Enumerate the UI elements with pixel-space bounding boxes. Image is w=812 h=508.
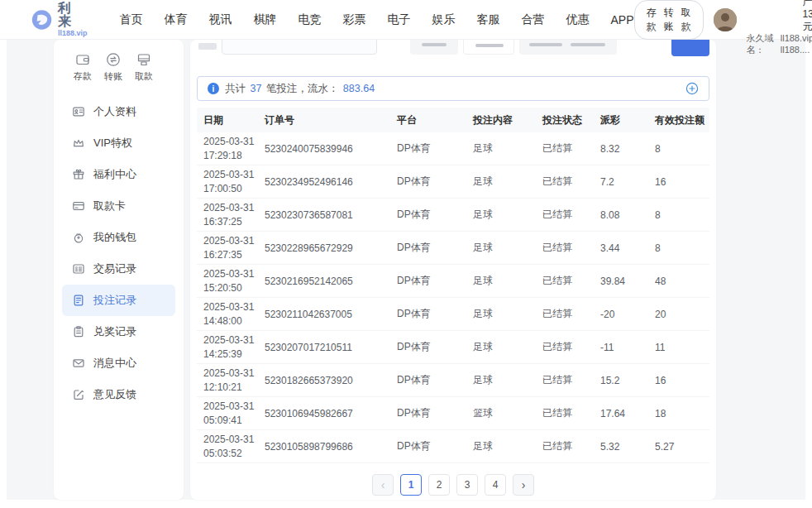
gift-icon (72, 168, 85, 181)
nav-item[interactable]: 棋牌 (254, 12, 277, 27)
cell-date: 2025-03-3117:29:18 (197, 135, 258, 161)
cell-order-number: 5230228965672929 (258, 242, 390, 254)
cell-payout: 7.2 (594, 176, 648, 188)
wallet-actions-pill: 存款 转账 取款 (634, 0, 704, 40)
table-row: 2025-03-3117:29:18 5230240075839946 DP体育… (197, 132, 709, 165)
transaction-list-icon (72, 262, 85, 276)
sidebar-item-profile[interactable]: 个人资料 (62, 96, 175, 127)
nav-item[interactable]: 娱乐 (432, 12, 456, 27)
cell-bet-status: 已结算 (536, 406, 594, 420)
sidebar-item-withdraw-card[interactable]: 取款卡 (62, 190, 175, 222)
bank-card-icon (72, 199, 85, 213)
cell-bet-status: 已结算 (536, 274, 594, 288)
cell-bet-status: 已结算 (536, 208, 594, 222)
cell-platform: DP体育 (390, 373, 466, 387)
nav-item[interactable]: 合营 (522, 12, 545, 27)
sidebar-item-welfare[interactable]: 福利中心 (62, 159, 175, 190)
feedback-icon (72, 388, 85, 401)
turnover-value: 883.64 (343, 83, 375, 94)
nav-item[interactable]: 客服 (477, 12, 500, 27)
cell-valid-bet: 16 (648, 375, 709, 386)
cell-valid-bet: 8 (648, 209, 709, 221)
nav-item[interactable]: 电子 (388, 12, 411, 27)
cell-payout: -11 (594, 342, 648, 353)
sidebar-item-wallet[interactable]: 我的钱包 (62, 222, 175, 253)
plus-circle-icon[interactable] (685, 82, 699, 95)
page-button[interactable]: 1 (400, 474, 422, 496)
page-button[interactable]: 2 (428, 474, 450, 496)
cell-order-number: 5230230736587081 (258, 209, 390, 221)
sidebar-item-prize-records[interactable]: 兑奖记录 (62, 316, 175, 347)
cell-order-number: 5230207017210511 (258, 342, 390, 353)
page-button[interactable]: 3 (456, 474, 478, 496)
cell-date: 2025-03-3114:25:39 (197, 333, 258, 360)
bet-records-table: 日期 订单号 平台 投注内容 投注状态 派彩 有效投注额 2025-03-311… (197, 108, 709, 463)
cell-bet-status: 已结算 (536, 241, 594, 255)
sidebar-item-bet-records[interactable]: 投注记录 (62, 285, 175, 316)
cell-payout: 8.32 (594, 143, 648, 155)
cell-platform: DP体育 (390, 241, 466, 255)
quick-action-transfer[interactable]: 转账 (104, 51, 122, 83)
cell-valid-bet: 5.27 (648, 441, 709, 453)
main-panel: i 共计 37 笔投注，流水： 883.64 日期 订单号 平台 投注内容 (190, 40, 716, 500)
table-header: 日期 订单号 平台 投注内容 投注状态 派彩 有效投注额 (197, 108, 709, 132)
col-platform: 平台 (390, 113, 466, 127)
sidebar-item-messages[interactable]: 消息中心 (62, 347, 175, 379)
cell-platform: DP体育 (390, 274, 466, 288)
date-range-input[interactable] (222, 40, 377, 55)
wallet-icon (72, 231, 85, 244)
header-deposit-button[interactable]: 存款 (647, 6, 657, 34)
nav-item[interactable]: 彩票 (343, 12, 366, 27)
cell-payout: -20 (594, 309, 648, 320)
nav-item[interactable]: 首页 (120, 12, 143, 27)
next-page-button[interactable]: › (513, 474, 534, 496)
cell-order-number: 5230234952496146 (258, 176, 390, 188)
avatar-silhouette-icon (714, 8, 737, 31)
prev-page-button[interactable]: ‹ (372, 474, 394, 496)
filter-option-3[interactable] (519, 40, 617, 55)
clipboard-icon (72, 325, 85, 338)
summary-text: 共计 37 笔投注，流水： 883.64 (225, 82, 376, 96)
table-row: 2025-03-3116:37:25 5230230736587081 DP体育… (197, 199, 709, 232)
sidebar-item-feedback[interactable]: 意见反馈 (62, 379, 175, 410)
cell-order-number: 5230106945982667 (258, 408, 390, 419)
cell-date: 2025-03-3105:09:41 (197, 400, 258, 426)
cell-order-number: 5230211042637005 (258, 309, 390, 320)
page-button[interactable]: 4 (485, 474, 506, 496)
nav-item[interactable]: 视讯 (209, 12, 232, 27)
cell-bet-content: 足球 (466, 141, 536, 156)
nav-item[interactable]: APP (611, 13, 634, 26)
cell-bet-content: 足球 (466, 340, 536, 354)
col-status: 投注状态 (536, 113, 594, 127)
filter-option-1[interactable] (410, 40, 458, 55)
cell-date: 2025-03-3112:10:21 (197, 367, 258, 393)
avatar[interactable] (714, 8, 737, 31)
cell-bet-status: 已结算 (536, 175, 594, 189)
quick-action-deposit[interactable]: 存款 (74, 51, 92, 83)
cell-payout: 15.2 (594, 375, 648, 386)
cell-valid-bet: 11 (648, 342, 709, 353)
nav-item[interactable]: 体育 (165, 12, 188, 27)
sidebar-item-transactions[interactable]: 交易记录 (62, 253, 175, 285)
brand-logo[interactable]: 利 来 ll188.vip (31, 2, 92, 37)
sidebar-item-vip[interactable]: VIP特权 (62, 127, 175, 159)
pagination: ‹ 1234 › (190, 474, 716, 496)
info-icon: i (208, 83, 219, 94)
table-body: 2025-03-3117:29:18 5230240075839946 DP体育… (197, 132, 709, 463)
nav-item[interactable]: 电竞 (299, 12, 322, 27)
cell-date: 2025-03-3105:03:52 (197, 433, 258, 459)
cell-payout: 3.44 (594, 242, 648, 254)
header-withdraw-button[interactable]: 取款 (681, 6, 691, 34)
filter-option-2[interactable] (463, 40, 514, 55)
cell-bet-content: 足球 (466, 373, 536, 387)
header-transfer-button[interactable]: 转账 (664, 6, 674, 34)
cell-payout: 5.32 (594, 441, 648, 453)
cell-date: 2025-03-3116:27:35 (197, 234, 258, 261)
header-right: 存款 转账 取款 anxin3399 总资产：1363.49元 永久域名： ll… (634, 0, 812, 55)
cell-platform: DP体育 (390, 208, 466, 222)
table-row: 2025-03-3112:10:21 5230182665373920 DP体育… (197, 364, 709, 397)
cell-valid-bet: 48 (648, 276, 709, 287)
nav-item[interactable]: 优惠 (566, 12, 590, 27)
col-date: 日期 (197, 113, 258, 127)
quick-action-withdraw[interactable]: 取款 (135, 51, 153, 83)
